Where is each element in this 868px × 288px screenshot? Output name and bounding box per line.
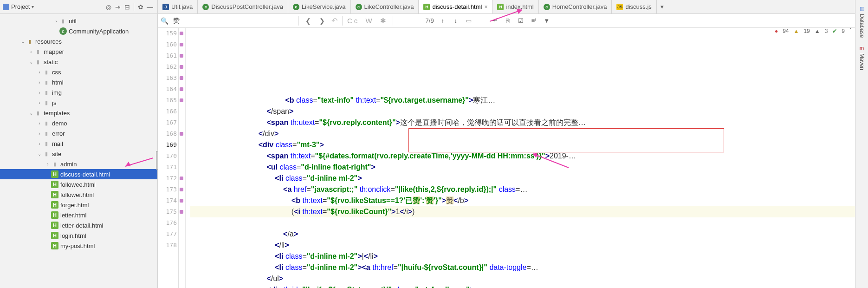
class-icon: c <box>59 27 67 35</box>
nav-prev-icon[interactable]: ❮ <box>304 17 313 25</box>
tree-label: error <box>52 130 65 137</box>
tree-label: letter-detail.html <box>60 222 103 229</box>
folder-icon: ▮ <box>43 89 50 96</box>
close-tab-icon[interactable]: × <box>484 4 487 10</box>
select-all-icon[interactable]: ▭ <box>465 17 473 24</box>
tree-item[interactable]: Hlogin.html <box>0 230 157 241</box>
folder-icon: ▮ <box>51 160 58 168</box>
editor-tab[interactable]: JUtil.java <box>158 0 198 14</box>
html-icon: H <box>51 170 58 178</box>
tree-label: admin <box>60 161 77 168</box>
match-case-toggle[interactable]: Cc W ✱ <box>347 17 388 25</box>
html-icon: H <box>51 222 58 229</box>
folder-icon: ▮ <box>34 48 42 55</box>
tree-item[interactable]: Hdiscuss-detail.html <box>0 169 157 179</box>
expand-all-icon[interactable]: ⇥ <box>113 3 123 11</box>
cls-file-icon: c <box>293 4 299 10</box>
match-count: 7/9 <box>426 17 434 24</box>
annotation-arrow <box>529 151 571 170</box>
database-tool[interactable]: ▥Database <box>858 5 866 38</box>
tree-label: discuss-detail.html <box>60 171 110 178</box>
tree-item[interactable]: cCommunityApplication <box>0 26 157 36</box>
tree-item[interactable]: Hletter-detail.html <box>0 220 157 230</box>
tree-item[interactable]: Hfollowee.html <box>0 179 157 190</box>
tabs-dropdown-icon[interactable]: ▾ <box>657 3 667 10</box>
line-gutter[interactable]: 1591601611621631641651661671681691701711… <box>158 28 186 288</box>
history-icon[interactable]: ↶ <box>331 16 337 25</box>
folder-res-icon: ▮ <box>26 38 33 45</box>
code-editor[interactable]: <b class="text-info" th:text="${rvo.targ… <box>186 28 862 288</box>
tree-item[interactable]: Hletter.html <box>0 210 157 220</box>
search-icon: 🔍 <box>161 17 168 25</box>
svg-marker-5 <box>125 162 131 166</box>
folder-icon: ▮ <box>43 99 50 106</box>
annotation-arrow-tab <box>490 8 527 22</box>
project-title: Project <box>11 3 30 10</box>
editor-tab[interactable]: cLikeController.java <box>351 0 419 14</box>
html-icon: H <box>51 201 58 209</box>
tree-item[interactable]: ›▮css <box>0 67 157 77</box>
tree-item[interactable]: ›▮util <box>0 16 157 26</box>
nav-next-icon[interactable]: ❯ <box>317 17 327 25</box>
tree-label: site <box>52 151 61 157</box>
search-input[interactable] <box>173 17 294 25</box>
tree-label: demo <box>52 120 67 127</box>
filter-icon[interactable]: ▼ <box>543 17 551 24</box>
tree-label: html <box>52 79 64 86</box>
pass-count: 9 <box>842 28 845 34</box>
tree-item[interactable]: ›▮mapper <box>0 46 157 57</box>
chevron-down-icon: ▾ <box>32 4 34 9</box>
tree-item[interactable]: ›▮demo <box>0 118 157 128</box>
folder-icon: ▮ <box>43 140 50 147</box>
editor-tab[interactable]: cHomeController.java <box>539 0 612 14</box>
editor-tab[interactable]: JSdiscuss.js <box>612 0 656 14</box>
editor-tab[interactable]: cLikeService.java <box>288 0 351 14</box>
tree-item[interactable]: Hfollower.html <box>0 190 157 200</box>
tree-item[interactable]: ›▮img <box>0 87 157 98</box>
tree-label: js <box>52 99 56 106</box>
select-opened-icon[interactable]: ◎ <box>104 3 113 11</box>
tree-label: resources <box>35 38 62 45</box>
tree-label: my-post.html <box>60 242 95 249</box>
html-icon: H <box>51 242 58 249</box>
tree-item[interactable]: ⌄▮static <box>0 57 157 67</box>
prev-match-icon[interactable]: ↑ <box>439 17 447 24</box>
tree-item[interactable]: ›▮html <box>0 77 157 87</box>
project-toolbar: Project ▾ ◎ ⇥ ⊟ ✿ — <box>0 0 157 14</box>
folder-icon: ▮ <box>34 58 42 65</box>
tree-label: templates <box>44 110 70 117</box>
tree-item[interactable]: ⌄▮templates <box>0 108 157 118</box>
filter-settings-icon[interactable]: ≡ᴵ <box>530 17 538 24</box>
svg-line-2 <box>490 10 522 21</box>
hide-icon[interactable]: — <box>145 3 155 11</box>
html-icon: H <box>51 211 58 219</box>
settings-icon[interactable]: ✿ <box>136 3 145 11</box>
html-file-icon: H <box>423 4 430 10</box>
cls-file-icon: c <box>202 4 209 10</box>
tree-label: followee.html <box>60 181 96 188</box>
project-tree[interactable]: ›▮utilcCommunityApplication⌄▮resources›▮… <box>0 14 157 288</box>
weak-warning-count: 3 <box>825 28 828 34</box>
tree-item[interactable]: Hforget.html <box>0 200 157 210</box>
maven-tool[interactable]: mMaven <box>858 44 866 70</box>
tree-item[interactable]: ⌄▮resources <box>0 36 157 46</box>
right-tool-rail: ▥Database mMaven <box>855 0 868 288</box>
editor-tab[interactable]: Hdiscuss-detail.html× <box>419 0 492 14</box>
tree-item[interactable]: ›▮mail <box>0 138 157 149</box>
warning-count: 19 <box>803 28 810 34</box>
annotation-box <box>408 128 724 152</box>
tree-item[interactable]: Hmy-post.html <box>0 241 157 251</box>
inspection-status[interactable]: ●94 ▲19 ▲3 ✔9 ˆˇ <box>775 28 858 34</box>
java-file-icon: J <box>162 4 169 10</box>
svg-line-0 <box>533 154 569 168</box>
error-count: 94 <box>783 28 789 34</box>
tree-item[interactable]: ›▮error <box>0 128 157 138</box>
tree-label: forget.html <box>60 202 89 209</box>
tree-item[interactable]: ›▮js <box>0 98 157 108</box>
editor-tab[interactable]: cDiscussPostController.java <box>198 0 288 14</box>
folder-icon: ▮ <box>43 119 50 127</box>
folder-icon: ▮ <box>43 130 50 137</box>
project-selector[interactable]: Project ▾ <box>3 3 34 10</box>
next-match-icon[interactable]: ↓ <box>452 17 460 24</box>
collapse-all-icon[interactable]: ⊟ <box>123 3 132 11</box>
